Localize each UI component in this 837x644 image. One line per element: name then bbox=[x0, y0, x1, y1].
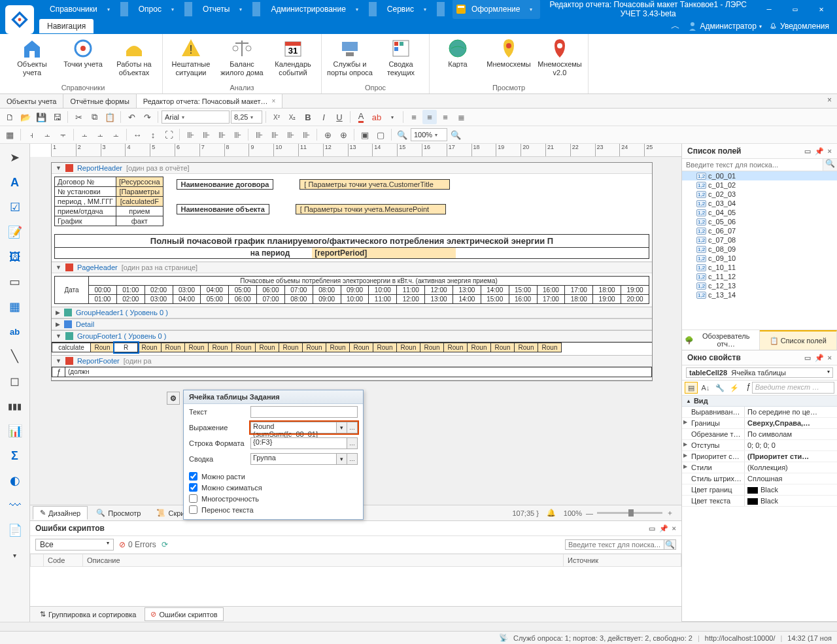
cell[interactable]: Наименование объекта bbox=[177, 204, 269, 214]
summary-input[interactable]: Группа bbox=[250, 453, 337, 465]
cell[interactable]: Наименование договора bbox=[177, 179, 274, 190]
property-row[interactable]: ▶Стили(Коллекция) bbox=[682, 462, 837, 473]
field-item[interactable]: c_06_07 bbox=[682, 226, 837, 235]
property-row[interactable]: Выравнивани…По середине по це… bbox=[682, 407, 837, 418]
cell[interactable]: (должн bbox=[65, 367, 92, 377]
band-reportheader[interactable]: ▼ReportHeader [один раз в отчёте] bbox=[52, 163, 652, 174]
bringfront-icon[interactable]: ▣ bbox=[358, 127, 372, 142]
hour-cell[interactable]: 04:00 bbox=[173, 295, 201, 304]
fields-search[interactable] bbox=[682, 159, 823, 171]
field-item[interactable]: c_01_02 bbox=[682, 180, 837, 190]
field-item[interactable]: c_03_04 bbox=[682, 199, 837, 208]
font-combo[interactable]: Arial▾ bbox=[162, 110, 230, 124]
dropdown-icon[interactable]: ▾ bbox=[385, 110, 400, 124]
hour-cell[interactable]: 19:00 bbox=[621, 286, 649, 295]
cat-view-icon[interactable]: ▤ bbox=[685, 382, 698, 394]
cell[interactable]: [reportPeriod] bbox=[312, 248, 456, 258]
gf-cell[interactable]: Roun bbox=[138, 343, 162, 352]
hour-cell[interactable]: 11:00 bbox=[369, 295, 397, 304]
hour-cell[interactable]: 02:00 bbox=[145, 286, 173, 295]
hour-cell[interactable]: 05:00 bbox=[229, 286, 257, 295]
property-row[interactable]: Цвет границBlack bbox=[682, 484, 837, 496]
sendback-icon[interactable]: ▢ bbox=[373, 127, 388, 142]
gf-cell[interactable]: R bbox=[114, 343, 138, 352]
ribbon-objects[interactable]: Объекты учета bbox=[7, 35, 58, 79]
open-icon[interactable]: 📂 bbox=[18, 110, 33, 124]
gf-cell[interactable]: Roun bbox=[303, 343, 326, 352]
dropdown-icon[interactable]: ▾ bbox=[337, 422, 347, 433]
tab-group-sort[interactable]: ⇅Группировка и сортировка bbox=[34, 607, 142, 621]
menu-opros[interactable]: Опрос▾ bbox=[131, 0, 182, 19]
events-icon[interactable]: ⚡ bbox=[728, 382, 741, 394]
gf-cell[interactable]: Roun bbox=[91, 343, 114, 352]
field-item[interactable]: c_12_13 bbox=[682, 281, 837, 290]
field-item[interactable]: c_11_12 bbox=[682, 272, 837, 281]
window-icon[interactable]: ▭ bbox=[804, 354, 811, 362]
band-groupfooter[interactable]: ▼GroupFooter1 ( Уровень 0 ) bbox=[52, 331, 652, 342]
chevron-icon[interactable]: ▾ bbox=[5, 545, 25, 565]
errors-search[interactable]: 🔍 bbox=[565, 539, 676, 550]
can-grow-checkbox[interactable] bbox=[189, 472, 197, 481]
line-tool[interactable]: ╲ bbox=[5, 347, 25, 366]
cell[interactable]: Договор № bbox=[55, 177, 116, 187]
close-button[interactable]: ✕ bbox=[808, 0, 834, 18]
ribbon-points[interactable]: Точки учета bbox=[58, 35, 109, 71]
ribbon-mnemo2[interactable]: Мнемосхемы v2.0 bbox=[534, 35, 585, 79]
window-icon[interactable]: ▭ bbox=[804, 147, 811, 156]
saveall-icon[interactable]: 🖫 bbox=[50, 110, 64, 124]
search-icon[interactable]: 🔍 bbox=[664, 540, 675, 549]
close-icon[interactable]: × bbox=[272, 97, 276, 105]
gf-cell[interactable]: Roun bbox=[397, 343, 420, 352]
pointer-tool[interactable]: ➤ bbox=[5, 148, 25, 167]
checkbox-tool[interactable]: ☑ bbox=[5, 197, 25, 217]
align-t-icon[interactable]: ⫠ bbox=[77, 127, 92, 142]
nav-tab[interactable]: Навигация bbox=[39, 19, 94, 33]
field-item[interactable]: c_10_11 bbox=[682, 263, 837, 272]
hour-cell[interactable]: 06:00 bbox=[257, 286, 285, 295]
gf-cell[interactable]: Roun bbox=[256, 343, 279, 352]
ellipsis-icon[interactable]: … bbox=[347, 422, 358, 433]
tab-script-errors[interactable]: ⊘Ошибки скриптов bbox=[145, 607, 223, 621]
gf-cell[interactable]: Roun bbox=[444, 343, 468, 352]
vspace-eq-icon[interactable]: ⊪ bbox=[252, 127, 266, 142]
field-item[interactable]: c_13_14 bbox=[682, 290, 837, 299]
chart-tool[interactable]: 📊 bbox=[5, 421, 25, 441]
label-tool[interactable]: A bbox=[5, 173, 25, 192]
band-reportfooter[interactable]: ▼ReportFooter [один ра bbox=[52, 356, 652, 367]
align-m-icon[interactable]: ⫠ bbox=[93, 127, 107, 142]
cell[interactable]: на период bbox=[248, 248, 293, 258]
hour-cell[interactable]: 05:00 bbox=[201, 295, 229, 304]
hour-cell[interactable]: 03:00 bbox=[173, 286, 201, 295]
hour-cell[interactable]: 07:00 bbox=[257, 295, 285, 304]
property-row[interactable]: ▶Отступы0; 0; 0; 0 bbox=[682, 440, 837, 451]
gauge-tool[interactable]: ◐ bbox=[5, 471, 25, 490]
gf-cell[interactable]: Roun bbox=[491, 343, 515, 352]
expression-input[interactable]: Введите текст … bbox=[752, 382, 834, 394]
field-item[interactable]: c_07_08 bbox=[682, 235, 837, 245]
italic-icon[interactable]: I bbox=[316, 110, 331, 124]
gf-cell[interactable]: calculate bbox=[52, 343, 91, 352]
ribbon-summary[interactable]: Сводка текущих bbox=[375, 35, 426, 79]
gf-cell[interactable]: Roun bbox=[350, 343, 373, 352]
hour-cell[interactable]: 09:00 bbox=[341, 286, 369, 295]
dropdown-icon[interactable]: ▾ bbox=[337, 453, 347, 465]
ellipsis-icon[interactable]: … bbox=[347, 437, 358, 449]
gf-cell[interactable]: Roun bbox=[185, 343, 209, 352]
window-icon[interactable]: ▭ bbox=[649, 524, 655, 533]
zoomin-icon[interactable]: 🔍 bbox=[449, 127, 463, 142]
richtext-tool[interactable]: 📝 bbox=[5, 222, 25, 242]
search-icon[interactable]: 🔍 bbox=[823, 159, 837, 171]
property-row[interactable]: ▶Приоритет ст…(Приоритет сти… bbox=[682, 451, 837, 462]
cell[interactable]: [ Параметры точки учета.MeasurePoint bbox=[296, 204, 446, 214]
cell[interactable]: [Ресурсосна bbox=[116, 177, 163, 187]
gf-cell[interactable]: Roun bbox=[209, 343, 232, 352]
hour-cell[interactable]: 08:00 bbox=[313, 286, 341, 295]
hour-cell[interactable]: 07:00 bbox=[284, 286, 313, 295]
ribbon-balance[interactable]: Баланс жилого дома bbox=[216, 35, 267, 79]
bell-icon[interactable]: 🔔 bbox=[547, 509, 556, 517]
cell[interactable]: № установки bbox=[55, 187, 116, 197]
gf-cell[interactable]: Roun bbox=[232, 343, 256, 352]
filter-combo[interactable]: Все▾ bbox=[35, 539, 114, 551]
hour-cell[interactable]: 01:00 bbox=[116, 286, 145, 295]
field-item[interactable]: c_09_10 bbox=[682, 254, 837, 263]
